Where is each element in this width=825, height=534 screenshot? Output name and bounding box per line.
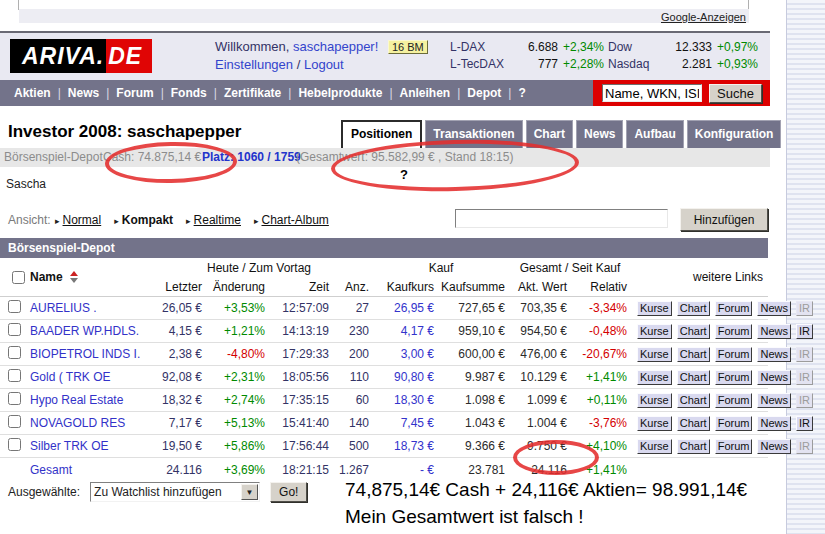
page-title: Investor 2008: saschapepper bbox=[8, 122, 241, 142]
nav-item-anleihen[interactable]: Anleihen bbox=[400, 86, 451, 100]
position-name-link[interactable]: BIOPETROL INDS I. bbox=[26, 347, 145, 361]
row-link-kurse[interactable]: Kurse bbox=[637, 370, 672, 385]
search-input[interactable] bbox=[602, 84, 702, 102]
nav-item-hebelprodukte[interactable]: Hebelprodukte bbox=[298, 86, 382, 100]
row-link-chart[interactable]: Chart bbox=[677, 301, 710, 316]
row-link-ir: IR bbox=[796, 370, 813, 385]
position-name-link[interactable]: Gold ( TRK OE bbox=[26, 370, 145, 384]
row-link-forum[interactable]: Forum bbox=[715, 393, 753, 408]
anzahl-value: 27 bbox=[333, 301, 373, 315]
position-name-link[interactable]: NOVAGOLD RES bbox=[26, 416, 145, 430]
row-link-forum[interactable]: Forum bbox=[715, 370, 753, 385]
nav-item-fonds[interactable]: Fonds bbox=[171, 86, 207, 100]
kaufkurs-value[interactable]: 7,45 € bbox=[373, 416, 438, 430]
table-row: Silber TRK OE19,50 €+5,86%17:56:4450018,… bbox=[0, 435, 768, 458]
row-link-chart[interactable]: Chart bbox=[677, 393, 710, 408]
nav-item-news[interactable]: News bbox=[68, 86, 99, 100]
nav-item-depot[interactable]: Depot bbox=[467, 86, 501, 100]
kaufkurs-value[interactable]: 4,17 € bbox=[373, 324, 438, 338]
view-option-normal[interactable]: ▸Normal bbox=[55, 213, 101, 227]
row-checkbox[interactable] bbox=[8, 300, 21, 313]
row-link-chart[interactable]: Chart bbox=[677, 324, 710, 339]
row-link-kurse[interactable]: Kurse bbox=[637, 301, 672, 316]
position-name-link[interactable]: Silber TRK OE bbox=[26, 439, 145, 453]
akt-wert-value: 1.099 € bbox=[509, 393, 571, 407]
messages-badge[interactable]: 16 BM bbox=[388, 40, 428, 54]
letzter-value: 18,32 € bbox=[145, 393, 206, 407]
position-name-link[interactable]: AURELIUS . bbox=[26, 301, 145, 315]
kaufkurs-value[interactable]: 26,95 € bbox=[373, 301, 438, 315]
select-all-checkbox-cell bbox=[0, 268, 26, 287]
kaufkurs-value[interactable]: 18,73 € bbox=[373, 439, 438, 453]
tab-news[interactable]: News bbox=[576, 120, 623, 148]
kaufkurs-value[interactable]: 18,30 € bbox=[373, 393, 438, 407]
annotation-line-2: Mein Gesamtwert ist falsch ! bbox=[345, 503, 747, 530]
row-link-forum[interactable]: Forum bbox=[715, 439, 753, 454]
row-checkbox[interactable] bbox=[8, 392, 21, 405]
dropdown-arrow-icon[interactable]: ▼ bbox=[241, 484, 258, 500]
kaufsumme-value: 600,00 € bbox=[438, 347, 509, 361]
row-link-news[interactable]: News bbox=[757, 301, 791, 316]
ariva-logo[interactable]: ARIVA.DE bbox=[10, 39, 152, 73]
kaufkurs-value[interactable]: 3,00 € bbox=[373, 347, 438, 361]
row-link-news[interactable]: News bbox=[757, 416, 791, 431]
view-option-chart-album[interactable]: ▸Chart-Album bbox=[254, 213, 329, 227]
desktop-pattern bbox=[786, 0, 825, 534]
username-link[interactable]: saschapepper! bbox=[293, 39, 378, 54]
row-link-ir[interactable]: IR bbox=[796, 416, 813, 431]
nav-item-aktien[interactable]: Aktien bbox=[14, 86, 51, 100]
google-ads-link[interactable]: Google-Anzeigen bbox=[661, 11, 746, 23]
row-link-news[interactable]: News bbox=[757, 393, 791, 408]
row-link-chart[interactable]: Chart bbox=[677, 439, 710, 454]
row-link-news[interactable]: News bbox=[757, 439, 791, 454]
row-link-news[interactable]: News bbox=[757, 347, 791, 362]
row-link-kurse[interactable]: Kurse bbox=[637, 439, 672, 454]
row-link-chart[interactable]: Chart bbox=[677, 347, 710, 362]
settings-link[interactable]: Einstellungen bbox=[215, 57, 293, 72]
row-link-news[interactable]: News bbox=[757, 370, 791, 385]
row-link-kurse[interactable]: Kurse bbox=[637, 416, 672, 431]
row-link-ir: IR bbox=[796, 439, 813, 454]
anzahl-value: 110 bbox=[333, 370, 373, 384]
row-checkbox[interactable] bbox=[8, 369, 21, 382]
row-checkbox[interactable] bbox=[8, 415, 21, 428]
tab-konfiguration[interactable]: Konfiguration bbox=[687, 120, 782, 148]
row-link-kurse[interactable]: Kurse bbox=[637, 324, 672, 339]
tab-aufbau[interactable]: Aufbau bbox=[626, 120, 683, 148]
selected-label: Ausgewählte: bbox=[8, 485, 80, 499]
row-link-kurse[interactable]: Kurse bbox=[637, 393, 672, 408]
position-name-link[interactable]: BAADER WP.HDLS. bbox=[26, 324, 145, 338]
ticker-value: 6.688 bbox=[510, 39, 558, 56]
view-option-kompakt[interactable]: ▸Kompakt bbox=[114, 213, 173, 227]
row-link-kurse[interactable]: Kurse bbox=[637, 347, 672, 362]
row-checkbox[interactable] bbox=[8, 323, 21, 336]
position-name-link[interactable]: Hypo Real Estate bbox=[26, 393, 145, 407]
row-checkbox[interactable] bbox=[8, 438, 21, 451]
logout-link[interactable]: Logout bbox=[304, 57, 344, 72]
row-link-chart[interactable]: Chart bbox=[677, 416, 710, 431]
row-checkbox-cell bbox=[0, 369, 26, 385]
add-symbol-input[interactable] bbox=[455, 209, 668, 228]
column-header-name[interactable]: Name bbox=[26, 270, 145, 284]
add-button[interactable]: Hinzufügen bbox=[680, 208, 768, 231]
nav-item-item[interactable]: ? bbox=[518, 86, 525, 100]
row-link-forum[interactable]: Forum bbox=[715, 347, 753, 362]
row-link-news[interactable]: News bbox=[757, 324, 791, 339]
row-link-forum[interactable]: Forum bbox=[715, 416, 753, 431]
search-button[interactable]: Suche bbox=[709, 84, 762, 103]
go-button[interactable]: Go! bbox=[270, 482, 307, 502]
row-link-chart[interactable]: Chart bbox=[677, 370, 710, 385]
nav-item-forum[interactable]: Forum bbox=[116, 86, 153, 100]
watchlist-select[interactable]: Zu Watchlist hinzufügen ▼ bbox=[90, 482, 260, 502]
row-link-ir[interactable]: IR bbox=[796, 324, 813, 339]
row-checkbox[interactable] bbox=[8, 346, 21, 359]
view-option-realtime[interactable]: ▸Realtime bbox=[186, 213, 241, 227]
kaufkurs-value[interactable]: 90,80 € bbox=[373, 370, 438, 384]
row-link-forum[interactable]: Forum bbox=[715, 301, 753, 316]
sort-icon[interactable] bbox=[70, 271, 78, 283]
row-link-forum[interactable]: Forum bbox=[715, 324, 753, 339]
sort-up-icon bbox=[70, 271, 78, 276]
table-row: AURELIUS .26,05 €+3,53%12:57:092726,95 €… bbox=[0, 297, 768, 320]
nav-item-zertifikate[interactable]: Zertifikate bbox=[224, 86, 281, 100]
select-all-checkbox[interactable] bbox=[12, 271, 25, 284]
